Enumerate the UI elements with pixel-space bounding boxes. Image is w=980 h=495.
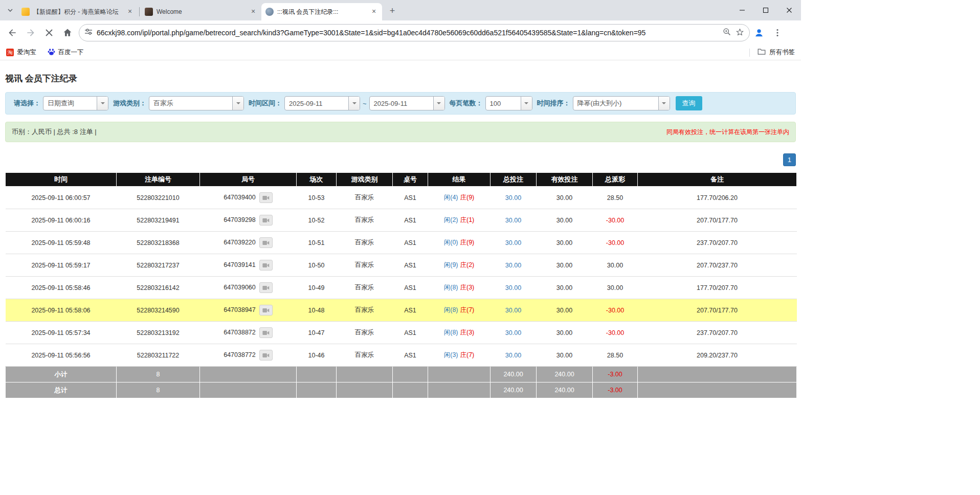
tab-favicon (265, 8, 274, 16)
cell-note: 207.70/177.70 (638, 299, 797, 322)
cell-session: 10-50 (297, 254, 337, 277)
tab-search-chevron-icon[interactable] (3, 0, 17, 20)
banker-result: 庄(9) (460, 194, 475, 201)
tab-bet-record-active[interactable]: :::视讯 会员下注纪录::: × (261, 3, 382, 20)
stop-loading-button[interactable] (40, 24, 58, 42)
profile-avatar-icon[interactable] (750, 24, 768, 42)
total-bet-link[interactable]: 30.00 (505, 239, 521, 246)
bookmarks-bar: 淘 爱淘宝 百度一下 所有书签 (0, 45, 801, 60)
pagination: 1 (5, 153, 796, 166)
video-replay-icon[interactable] (259, 350, 273, 361)
summary-notice: 同局有效投注，统一计算在该局第一张注单内 (666, 128, 789, 137)
minimize-button[interactable] (730, 0, 754, 20)
bookmark-label: 爱淘宝 (17, 48, 36, 57)
banker-result: 庄(1) (460, 216, 475, 223)
banker-result: 庄(7) (460, 306, 475, 313)
select-mode-label: 请选择： (14, 99, 40, 108)
round-number: 647039220 (224, 239, 256, 246)
total-bet-link[interactable]: 30.00 (505, 284, 521, 291)
bookmark-star-icon[interactable] (736, 28, 744, 38)
url-text[interactable]: 66cxkj98.com/ipl/portal.php/game/betreco… (97, 29, 719, 37)
date-to-select[interactable]: 2025-09-11 (369, 96, 445, 110)
game-type-select[interactable]: 百家乐 (149, 96, 244, 110)
subtotal-total-bet: 240.00 (491, 367, 537, 382)
tab-close-icon[interactable]: × (370, 8, 378, 16)
video-replay-icon[interactable] (259, 237, 273, 248)
forward-button[interactable] (21, 24, 40, 42)
browser-menu-icon[interactable] (768, 24, 787, 42)
table-row: 2025-09-11 05:57:34 522803213192 6470388… (6, 322, 797, 344)
cell-valid-bet: 30.00 (537, 232, 593, 254)
bookmark-taobao[interactable]: 淘 爱淘宝 (6, 48, 36, 57)
search-button[interactable]: 查询 (676, 96, 702, 110)
zoom-icon[interactable] (723, 28, 731, 38)
page-1-button[interactable]: 1 (783, 153, 796, 166)
video-replay-icon[interactable] (259, 192, 273, 203)
range-separator: ~ (363, 100, 367, 107)
tab-welcome[interactable]: Welcome × (141, 3, 261, 20)
new-tab-button[interactable]: + (385, 4, 399, 18)
cell-table-no: AS1 (393, 232, 428, 254)
back-button[interactable] (3, 24, 21, 42)
total-bet-link[interactable]: 30.00 (505, 307, 521, 314)
header-payout: 总派彩 (593, 173, 638, 187)
tab-close-icon[interactable]: × (249, 8, 257, 16)
close-window-button[interactable] (777, 0, 801, 20)
all-bookmarks[interactable]: 所有书签 (749, 48, 795, 57)
table-header-row: 时间 注单编号 局号 场次 游戏类别 桌号 结果 总投注 有效投注 总派彩 备注 (6, 173, 797, 187)
tab-close-icon[interactable]: × (126, 8, 134, 16)
per-page-value: 100 (486, 100, 521, 107)
cell-note: 207.70/177.70 (638, 209, 797, 232)
round-number: 647038947 (224, 306, 256, 313)
date-from-select[interactable]: 2025-09-11 (284, 96, 360, 110)
bookmark-baidu[interactable]: 百度一下 (48, 48, 84, 57)
maximize-button[interactable] (754, 0, 777, 20)
cell-total-bet: 30.00 (491, 232, 537, 254)
tab-favicon (21, 8, 30, 16)
page-title: 视讯 会员下注纪录 (5, 73, 796, 84)
cell-valid-bet: 30.00 (537, 299, 593, 322)
cell-total-bet: 30.00 (491, 322, 537, 344)
video-replay-icon[interactable] (259, 282, 273, 293)
round-number: 647038872 (224, 329, 256, 336)
player-result: 闲(8) (444, 306, 458, 313)
cell-note: 207.70/237.70 (638, 254, 797, 277)
cell-session: 10-53 (297, 187, 337, 209)
cell-payout: 30.00 (593, 254, 638, 277)
total-bet-link[interactable]: 30.00 (505, 217, 521, 224)
subtotal-valid-bet: 240.00 (537, 367, 593, 382)
cell-note: 209.20/237.70 (638, 344, 797, 367)
cell-round: 647039298 (200, 209, 297, 232)
cell-round: 647039400 (200, 187, 297, 209)
site-info-icon[interactable] (84, 28, 93, 38)
total-bet-link[interactable]: 30.00 (505, 262, 521, 269)
total-bet-link[interactable]: 30.00 (505, 329, 521, 336)
game-type-value: 百家乐 (149, 99, 232, 108)
per-page-select[interactable]: 100 (485, 96, 532, 110)
video-replay-icon[interactable] (259, 215, 273, 226)
total-bet-link[interactable]: 30.00 (505, 194, 521, 201)
video-replay-icon[interactable] (259, 260, 273, 271)
window-controls (730, 0, 801, 20)
round-number: 647038772 (224, 351, 256, 358)
date-range-label: 时间区间： (249, 99, 282, 108)
video-replay-icon[interactable] (259, 305, 273, 316)
cell-total-bet: 30.00 (491, 209, 537, 232)
query-mode-select[interactable]: 日期查询 (43, 96, 108, 110)
subtotal-count: 8 (117, 367, 200, 382)
time-sort-value: 降幂(由大到小) (573, 99, 658, 108)
query-mode-value: 日期查询 (43, 99, 97, 108)
game-type-label: 游戏类别： (113, 99, 146, 108)
omnibox[interactable]: 66cxkj98.com/ipl/portal.php/game/betreco… (79, 24, 750, 41)
time-sort-select[interactable]: 降幂(由大到小) (573, 96, 670, 110)
cell-time: 2025-09-11 05:58:46 (6, 277, 117, 299)
total-bet-link[interactable]: 30.00 (505, 352, 521, 359)
bookmarks-divider (749, 49, 750, 57)
home-button[interactable] (58, 24, 77, 42)
cell-payout: 28.50 (593, 187, 638, 209)
page-content: 视讯 会员下注纪录 请选择： 日期查询 游戏类别： 百家乐 时间区间： 2025… (0, 73, 801, 398)
currency-summary: 币别：人民币 | 总共 :8 注单 | (12, 127, 97, 137)
chevron-down-icon (232, 97, 243, 110)
tab-forum[interactable]: 【新提醒】积分 - 海燕策略论坛 × (17, 3, 138, 20)
video-replay-icon[interactable] (259, 327, 273, 338)
